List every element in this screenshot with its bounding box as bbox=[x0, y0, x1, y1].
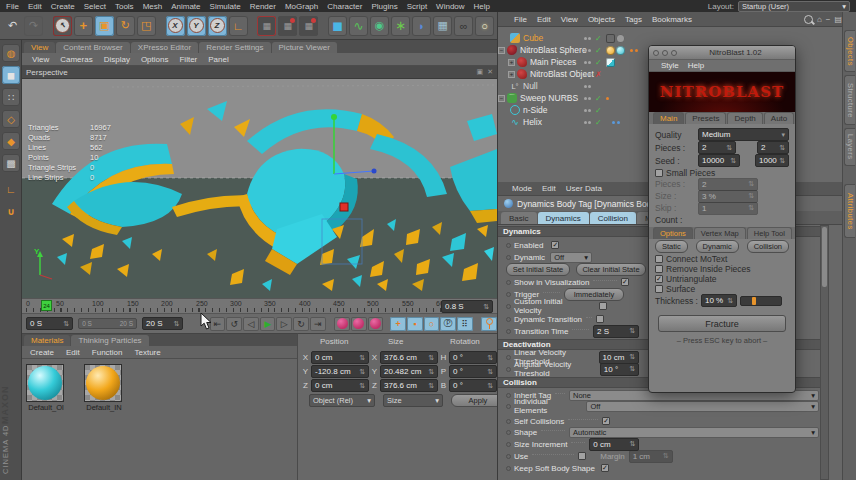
minimize-icon[interactable]: − bbox=[826, 15, 831, 24]
self-collisions-checkbox[interactable] bbox=[602, 417, 610, 425]
viewport-menu-view[interactable]: View bbox=[32, 55, 49, 64]
minimize-icon[interactable] bbox=[662, 50, 668, 56]
tag-dots[interactable] bbox=[612, 121, 621, 124]
tab-auto[interactable]: Auto bbox=[764, 112, 794, 124]
layout-dropdown[interactable]: Startup (User)▾ bbox=[738, 1, 850, 12]
timeline-playhead[interactable]: 24 bbox=[41, 300, 52, 311]
rotation-h-field[interactable]: 0 °⇅ bbox=[449, 351, 497, 364]
om-menu-tags[interactable]: Tags bbox=[625, 15, 642, 24]
add-cube-icon[interactable]: ◼ bbox=[328, 16, 347, 36]
attr-menu-user-data[interactable]: User Data bbox=[566, 184, 602, 193]
shape-dropdown[interactable]: Automatic▾ bbox=[569, 427, 819, 438]
dynamic-transition-checkbox[interactable] bbox=[596, 315, 604, 323]
enabled-check-icon[interactable]: ✓ bbox=[595, 58, 602, 67]
expand-icon[interactable]: + bbox=[508, 71, 515, 78]
tab-picture-viewer[interactable]: Picture Viewer bbox=[272, 42, 337, 53]
visibility-dots[interactable] bbox=[584, 48, 591, 53]
attr-menu-mode[interactable]: Mode bbox=[512, 184, 532, 193]
nitroblast-titlebar[interactable]: NitroBlast 1.02 bbox=[649, 46, 795, 59]
small-pieces-checkbox[interactable] bbox=[655, 169, 663, 177]
transition-time-field[interactable]: 2 S⇅ bbox=[593, 325, 639, 338]
small-pieces-skip-field[interactable]: 1⇅ bbox=[698, 202, 758, 215]
render-view-icon[interactable]: ▦ bbox=[257, 16, 276, 36]
position-x-field[interactable]: 0 cm⇅ bbox=[311, 351, 369, 364]
tab-depth[interactable]: Depth bbox=[727, 112, 762, 124]
live-selection-icon[interactable]: ↖ bbox=[53, 16, 72, 36]
deformer-icon[interactable]: ◗ bbox=[412, 16, 431, 36]
clear-initial-state-button[interactable]: Clear Initial State bbox=[576, 263, 646, 276]
seed-field[interactable]: 10000⇅ bbox=[698, 154, 740, 167]
menu-simulate[interactable]: Simulate bbox=[210, 2, 241, 11]
autokey-button[interactable] bbox=[481, 317, 497, 331]
materials-menu-edit[interactable]: Edit bbox=[66, 348, 80, 357]
margin-field[interactable]: 1 cm⇅ bbox=[629, 450, 673, 463]
seed-max-field[interactable]: 1000⇅ bbox=[755, 154, 789, 167]
visibility-dots[interactable] bbox=[584, 72, 591, 77]
tab-content-browser[interactable]: Content Browser bbox=[56, 42, 130, 53]
viewport-menu-display[interactable]: Display bbox=[104, 55, 130, 64]
position-z-field[interactable]: 0 cm⇅ bbox=[311, 379, 369, 392]
current-time-field[interactable]: 0 S⇅ bbox=[26, 317, 73, 330]
simulation-icon[interactable]: ∗ bbox=[391, 16, 410, 36]
material-tag-icon[interactable] bbox=[606, 46, 615, 55]
tab-presets[interactable]: Presets bbox=[685, 112, 726, 124]
om-menu-objects[interactable]: Objects bbox=[588, 15, 615, 24]
tab-vertex-map[interactable]: Vertex Map bbox=[694, 227, 746, 239]
record-position-button[interactable] bbox=[351, 317, 367, 331]
menu-help[interactable]: Help bbox=[474, 2, 490, 11]
materials-menu-function[interactable]: Function bbox=[92, 348, 123, 357]
tag-icon[interactable] bbox=[606, 58, 615, 67]
menu-character[interactable]: Character bbox=[327, 2, 362, 11]
material-thumbnail[interactable] bbox=[26, 364, 64, 402]
om-menu-file[interactable]: File bbox=[514, 15, 527, 24]
set-initial-state-button[interactable]: Set Initial State bbox=[506, 263, 570, 276]
tab-basic[interactable]: Basic bbox=[501, 212, 537, 224]
static-button[interactable]: Static bbox=[655, 240, 688, 253]
undo-icon[interactable]: ↶ bbox=[3, 16, 22, 36]
tab-objects[interactable]: Objects bbox=[844, 30, 855, 72]
om-menu-view[interactable]: View bbox=[561, 15, 578, 24]
previous-frame-button[interactable]: ◁ bbox=[243, 317, 259, 331]
record-keyframe-button[interactable] bbox=[334, 317, 350, 331]
coordinate-system-icon[interactable]: ∟ bbox=[229, 16, 248, 36]
render-settings-icon[interactable]: ▦ bbox=[299, 16, 318, 36]
zoom-icon[interactable] bbox=[671, 50, 677, 56]
record-rotation-button[interactable] bbox=[368, 317, 384, 331]
material-item[interactable]: Default_IN bbox=[84, 364, 124, 412]
viewport-maximize-icon[interactable]: ▣ bbox=[477, 68, 484, 76]
key-pla-button[interactable]: ⠿ bbox=[457, 317, 473, 331]
tab-help-tool[interactable]: Help Tool bbox=[747, 227, 792, 239]
rotation-b-field[interactable]: 0 °⇅ bbox=[449, 379, 497, 392]
polygons-mode-icon[interactable]: ◆ bbox=[2, 132, 20, 150]
material-tag-icon[interactable] bbox=[616, 46, 625, 55]
texture-mode-icon[interactable]: ▩ bbox=[2, 154, 20, 172]
size-z-field[interactable]: 376.6 cm⇅ bbox=[380, 379, 438, 392]
spinner-icon[interactable]: ⇅ bbox=[171, 320, 179, 328]
tab-xpresso-editor[interactable]: XPresso Editor bbox=[131, 42, 198, 53]
attr-menu-edit[interactable]: Edit bbox=[542, 184, 556, 193]
visibility-dots[interactable] bbox=[584, 60, 591, 65]
play-button[interactable]: ▶ bbox=[260, 317, 276, 331]
connect-motext-checkbox[interactable] bbox=[655, 255, 663, 263]
model-mode-icon[interactable]: ◼ bbox=[2, 66, 20, 84]
tree-item-cube[interactable]: Cube ✓ bbox=[498, 32, 843, 44]
loop-button[interactable]: ↻ bbox=[293, 317, 309, 331]
menu-tools[interactable]: Tools bbox=[115, 2, 134, 11]
snap-icon[interactable]: ∪ bbox=[2, 202, 20, 220]
nb-menu-help[interactable]: Help bbox=[688, 61, 704, 70]
size-x-field[interactable]: 376.6 cm⇅ bbox=[380, 351, 438, 364]
tab-options[interactable]: Options bbox=[653, 227, 693, 239]
visibility-dots[interactable] bbox=[584, 36, 591, 41]
tab-thinking-particles[interactable]: Thinking Particles bbox=[71, 335, 148, 346]
tab-view[interactable]: View bbox=[24, 42, 55, 53]
object-axis-icon[interactable]: ∟ bbox=[2, 180, 20, 198]
spinner-icon[interactable]: ⇅ bbox=[481, 303, 489, 311]
light-icon[interactable]: ○ bbox=[475, 16, 494, 36]
menu-create[interactable]: Create bbox=[51, 2, 75, 11]
keep-soft-body-checkbox[interactable] bbox=[601, 464, 609, 472]
surface-checkbox[interactable] bbox=[655, 285, 663, 293]
remove-inside-pieces-checkbox[interactable] bbox=[655, 265, 663, 273]
redo-icon[interactable]: ↷ bbox=[24, 16, 43, 36]
menu-script[interactable]: Script bbox=[407, 2, 427, 11]
pieces-y-field[interactable]: 2⇅ bbox=[757, 141, 789, 154]
